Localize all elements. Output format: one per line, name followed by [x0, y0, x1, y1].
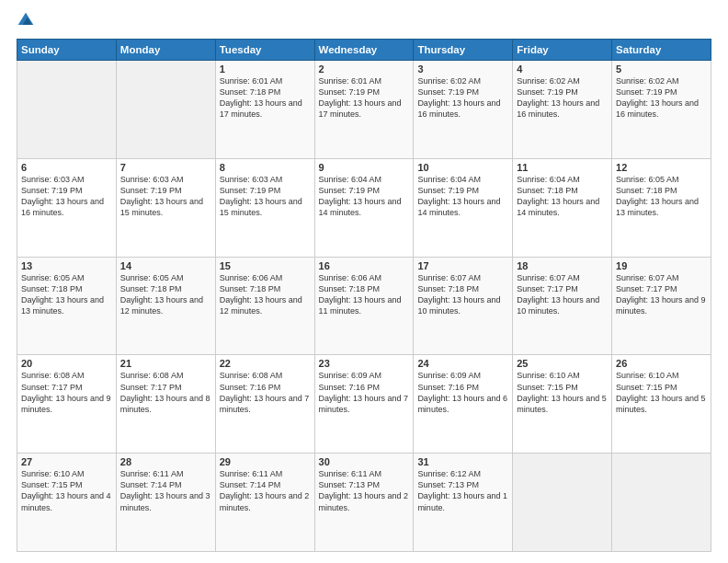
day-number: 27: [21, 456, 112, 467]
calendar-cell: [513, 454, 612, 552]
day-info: Sunrise: 6:10 AM Sunset: 7:15 PM Dayligh…: [616, 370, 707, 415]
weekday-header-wednesday: Wednesday: [314, 40, 414, 61]
day-info: Sunrise: 6:01 AM Sunset: 7:18 PM Dayligh…: [220, 75, 311, 121]
calendar-cell: 19Sunrise: 6:07 AM Sunset: 7:17 PM Dayli…: [612, 257, 711, 355]
day-info: Sunrise: 6:02 AM Sunset: 7:19 PM Dayligh…: [517, 75, 608, 121]
day-number: 15: [220, 260, 311, 271]
day-number: 25: [517, 358, 608, 369]
calendar-week-5: 27Sunrise: 6:10 AM Sunset: 7:15 PM Dayli…: [17, 454, 711, 552]
day-number: 24: [417, 358, 508, 369]
day-number: 26: [616, 358, 707, 369]
calendar-cell: 1Sunrise: 6:01 AM Sunset: 7:18 PM Daylig…: [215, 61, 314, 159]
calendar-cell: 27Sunrise: 6:10 AM Sunset: 7:15 PM Dayli…: [17, 454, 117, 552]
day-info: Sunrise: 6:01 AM Sunset: 7:19 PM Dayligh…: [319, 75, 410, 121]
calendar-week-4: 20Sunrise: 6:08 AM Sunset: 7:17 PM Dayli…: [17, 355, 711, 454]
day-info: Sunrise: 6:06 AM Sunset: 7:18 PM Dayligh…: [319, 272, 410, 317]
calendar-cell: [612, 454, 711, 552]
calendar-cell: 31Sunrise: 6:12 AM Sunset: 7:13 PM Dayli…: [414, 454, 513, 552]
calendar-cell: 13Sunrise: 6:05 AM Sunset: 7:18 PM Dayli…: [17, 257, 117, 355]
day-info: Sunrise: 6:02 AM Sunset: 7:19 PM Dayligh…: [616, 75, 707, 121]
day-number: 10: [417, 162, 508, 173]
day-number: 8: [220, 162, 311, 173]
day-info: Sunrise: 6:06 AM Sunset: 7:18 PM Dayligh…: [220, 272, 311, 317]
calendar-cell: 25Sunrise: 6:10 AM Sunset: 7:15 PM Dayli…: [513, 355, 612, 454]
day-info: Sunrise: 6:09 AM Sunset: 7:16 PM Dayligh…: [319, 370, 410, 415]
day-number: 9: [319, 162, 410, 173]
weekday-header-sunday: Sunday: [17, 40, 117, 61]
day-number: 6: [21, 162, 112, 173]
day-info: Sunrise: 6:04 AM Sunset: 7:18 PM Dayligh…: [517, 174, 608, 219]
calendar-cell: 3Sunrise: 6:02 AM Sunset: 7:19 PM Daylig…: [414, 61, 513, 159]
logo-icon: [17, 11, 35, 29]
day-number: 12: [616, 162, 707, 173]
calendar-cell: 4Sunrise: 6:02 AM Sunset: 7:19 PM Daylig…: [513, 61, 612, 159]
day-number: 16: [319, 260, 410, 271]
day-number: 31: [417, 456, 508, 467]
calendar-cell: 17Sunrise: 6:07 AM Sunset: 7:18 PM Dayli…: [414, 257, 513, 355]
day-info: Sunrise: 6:05 AM Sunset: 7:18 PM Dayligh…: [120, 272, 211, 317]
calendar-cell: 15Sunrise: 6:06 AM Sunset: 7:18 PM Dayli…: [215, 257, 314, 355]
weekday-header-friday: Friday: [513, 40, 612, 61]
day-info: Sunrise: 6:02 AM Sunset: 7:19 PM Dayligh…: [417, 75, 508, 121]
day-number: 23: [319, 358, 410, 369]
day-number: 2: [319, 63, 410, 75]
day-info: Sunrise: 6:12 AM Sunset: 7:13 PM Dayligh…: [417, 468, 508, 513]
calendar-week-2: 6Sunrise: 6:03 AM Sunset: 7:19 PM Daylig…: [17, 158, 711, 257]
day-number: 4: [517, 63, 608, 75]
day-info: Sunrise: 6:03 AM Sunset: 7:19 PM Dayligh…: [21, 174, 112, 219]
calendar-cell: 26Sunrise: 6:10 AM Sunset: 7:15 PM Dayli…: [612, 355, 711, 454]
day-number: 19: [616, 260, 707, 271]
day-info: Sunrise: 6:03 AM Sunset: 7:19 PM Dayligh…: [220, 174, 311, 219]
calendar-cell: [116, 61, 215, 159]
day-info: Sunrise: 6:07 AM Sunset: 7:17 PM Dayligh…: [616, 272, 707, 317]
day-number: 5: [616, 63, 707, 75]
day-number: 21: [120, 358, 211, 369]
calendar-cell: 14Sunrise: 6:05 AM Sunset: 7:18 PM Dayli…: [116, 257, 215, 355]
calendar-table: SundayMondayTuesdayWednesdayThursdayFrid…: [17, 39, 711, 552]
calendar-cell: 24Sunrise: 6:09 AM Sunset: 7:16 PM Dayli…: [414, 355, 513, 454]
day-info: Sunrise: 6:05 AM Sunset: 7:18 PM Dayligh…: [21, 272, 112, 317]
day-number: 29: [220, 456, 311, 467]
calendar-cell: 29Sunrise: 6:11 AM Sunset: 7:14 PM Dayli…: [215, 454, 314, 552]
day-info: Sunrise: 6:07 AM Sunset: 7:18 PM Dayligh…: [417, 272, 508, 317]
calendar-cell: 22Sunrise: 6:08 AM Sunset: 7:16 PM Dayli…: [215, 355, 314, 454]
day-info: Sunrise: 6:08 AM Sunset: 7:17 PM Dayligh…: [21, 370, 112, 415]
calendar-cell: 30Sunrise: 6:11 AM Sunset: 7:13 PM Dayli…: [314, 454, 414, 552]
day-number: 11: [517, 162, 608, 173]
weekday-header-tuesday: Tuesday: [215, 40, 314, 61]
day-info: Sunrise: 6:07 AM Sunset: 7:17 PM Dayligh…: [517, 272, 608, 317]
day-number: 28: [120, 456, 211, 467]
calendar-cell: 28Sunrise: 6:11 AM Sunset: 7:14 PM Dayli…: [116, 454, 215, 552]
day-info: Sunrise: 6:08 AM Sunset: 7:17 PM Dayligh…: [120, 370, 211, 415]
day-info: Sunrise: 6:03 AM Sunset: 7:19 PM Dayligh…: [120, 174, 211, 219]
day-info: Sunrise: 6:04 AM Sunset: 7:19 PM Dayligh…: [417, 174, 508, 219]
day-number: 14: [120, 260, 211, 271]
day-number: 17: [417, 260, 508, 271]
calendar-cell: 11Sunrise: 6:04 AM Sunset: 7:18 PM Dayli…: [513, 158, 612, 257]
day-number: 30: [319, 456, 410, 467]
calendar-cell: 6Sunrise: 6:03 AM Sunset: 7:19 PM Daylig…: [17, 158, 117, 257]
day-number: 22: [220, 358, 311, 369]
calendar-cell: 9Sunrise: 6:04 AM Sunset: 7:19 PM Daylig…: [314, 158, 414, 257]
calendar-cell: 2Sunrise: 6:01 AM Sunset: 7:19 PM Daylig…: [314, 61, 414, 159]
calendar-cell: 20Sunrise: 6:08 AM Sunset: 7:17 PM Dayli…: [17, 355, 117, 454]
day-number: 3: [417, 63, 508, 75]
weekday-header-saturday: Saturday: [612, 40, 711, 61]
calendar-cell: 12Sunrise: 6:05 AM Sunset: 7:18 PM Dayli…: [612, 158, 711, 257]
day-info: Sunrise: 6:11 AM Sunset: 7:14 PM Dayligh…: [120, 468, 211, 513]
calendar-cell: 10Sunrise: 6:04 AM Sunset: 7:19 PM Dayli…: [414, 158, 513, 257]
day-info: Sunrise: 6:11 AM Sunset: 7:13 PM Dayligh…: [319, 468, 410, 513]
day-info: Sunrise: 6:05 AM Sunset: 7:18 PM Dayligh…: [616, 174, 707, 219]
day-info: Sunrise: 6:09 AM Sunset: 7:16 PM Dayligh…: [417, 370, 508, 415]
day-info: Sunrise: 6:11 AM Sunset: 7:14 PM Dayligh…: [220, 468, 311, 513]
day-info: Sunrise: 6:08 AM Sunset: 7:16 PM Dayligh…: [220, 370, 311, 415]
calendar-cell: 18Sunrise: 6:07 AM Sunset: 7:17 PM Dayli…: [513, 257, 612, 355]
logo: [17, 11, 39, 29]
day-info: Sunrise: 6:10 AM Sunset: 7:15 PM Dayligh…: [21, 468, 112, 513]
calendar-week-3: 13Sunrise: 6:05 AM Sunset: 7:18 PM Dayli…: [17, 257, 711, 355]
day-number: 1: [220, 63, 311, 75]
calendar-cell: 8Sunrise: 6:03 AM Sunset: 7:19 PM Daylig…: [215, 158, 314, 257]
day-number: 20: [21, 358, 112, 369]
day-number: 13: [21, 260, 112, 271]
calendar-week-1: 1Sunrise: 6:01 AM Sunset: 7:18 PM Daylig…: [17, 61, 711, 159]
